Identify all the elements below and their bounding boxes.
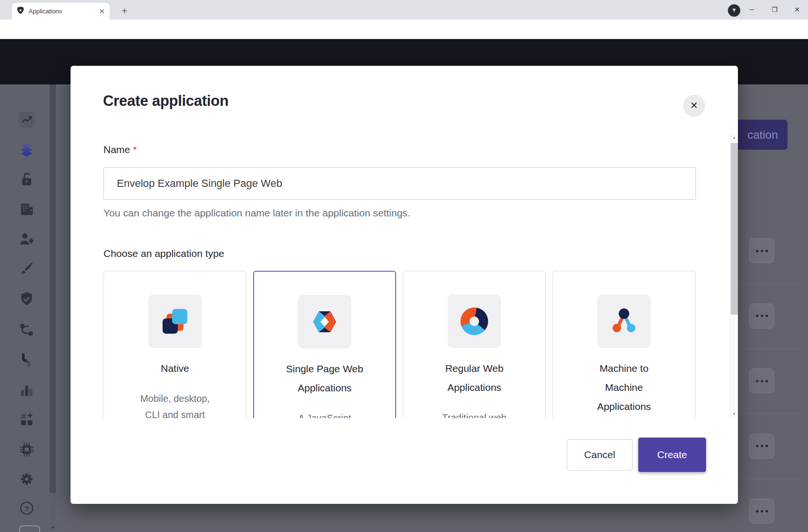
- application-type-title: Single Page Web Applications: [254, 359, 395, 398]
- application-type-cards: Native Mobile, desktop, CLI and smart Si…: [97, 271, 730, 418]
- create-button[interactable]: Create: [638, 438, 706, 472]
- modal-scrollbar-thumb[interactable]: [731, 143, 738, 315]
- application-type-section-label: Choose an application type: [103, 248, 224, 259]
- row-menu-button[interactable]: [749, 368, 774, 393]
- application-type-title: Machine to Machine Applications: [553, 359, 695, 416]
- sidebar-scrollbar[interactable]: ▼: [50, 84, 56, 532]
- row-separator: [742, 413, 804, 414]
- row-menu-button[interactable]: [749, 434, 774, 459]
- window-minimize-button[interactable]: ─: [741, 0, 763, 19]
- application-type-card-m2m[interactable]: Machine to Machine Applications: [552, 271, 695, 418]
- new-tab-button[interactable]: +: [118, 5, 131, 18]
- sidebar-item-extensions[interactable]: [18, 440, 36, 459]
- application-type-icon: [597, 295, 651, 348]
- tab-search-icon[interactable]: ▼: [728, 4, 740, 17]
- sidebar-item-actions[interactable]: [18, 321, 36, 339]
- name-help-text: You can change the application name late…: [103, 207, 410, 219]
- modal-scrollbar[interactable]: ▲ ▼: [730, 133, 738, 418]
- sidebar-scrollbar-down-icon[interactable]: ▼: [50, 524, 56, 532]
- sidebar-item-auth-pipeline[interactable]: [18, 351, 36, 369]
- sidebar-item-marketplace[interactable]: [18, 410, 36, 429]
- application-type-description: Mobile, desktop, CLI and smart: [104, 390, 246, 418]
- row-menu-button[interactable]: [749, 499, 774, 523]
- application-type-icon: [448, 295, 501, 348]
- sidebar-item-user-management[interactable]: [18, 230, 36, 248]
- window-close-button[interactable]: ✕: [786, 0, 808, 19]
- sidebar-item-help[interactable]: ?: [18, 499, 36, 517]
- sidebar-item-authentication[interactable]: [18, 170, 36, 188]
- screen: Applications ✕ + ▼ ─ ❐ ✕ manage.auth0.co…: [0, 0, 808, 532]
- window-maximize-button[interactable]: ❐: [764, 0, 786, 19]
- sidebar-nav: ?: [0, 84, 50, 532]
- row-menu-button[interactable]: [749, 238, 774, 263]
- sidebar-scrollbar-thumb[interactable]: [50, 84, 56, 493]
- sidebar-item-applications[interactable]: [18, 141, 36, 159]
- application-type-description: A JavaScript: [254, 410, 395, 418]
- modal-scrollbar-down-icon[interactable]: ▼: [730, 410, 738, 418]
- sidebar-item-settings[interactable]: [18, 470, 36, 488]
- modal-scrollbar-up-icon[interactable]: ▲: [730, 133, 738, 142]
- row-menu-button[interactable]: [749, 304, 774, 328]
- application-type-icon: [298, 295, 351, 348]
- application-type-card-spa[interactable]: Single Page Web Applications A JavaScrip…: [253, 271, 396, 418]
- application-type-card-native[interactable]: Native Mobile, desktop, CLI and smart: [103, 271, 246, 418]
- application-type-icon: [148, 295, 202, 348]
- sidebar-item-branding[interactable]: [18, 260, 36, 278]
- row-separator: [742, 479, 804, 479]
- required-asterisk: *: [133, 144, 137, 155]
- modal-close-icon[interactable]: ✕: [683, 95, 705, 117]
- create-application-button-partial[interactable]: cation: [738, 120, 788, 150]
- sidebar-item-security[interactable]: [18, 290, 36, 308]
- row-separator: [742, 283, 804, 284]
- sidebar-item-partial[interactable]: [19, 525, 40, 532]
- browser-tab-bar: Applications ✕ + ▼ ─ ❐ ✕: [0, 0, 808, 20]
- application-type-title: Native: [104, 359, 246, 378]
- auth0-favicon-icon: [17, 7, 24, 16]
- create-application-modal: Create application ✕ Name* You can chang…: [71, 66, 738, 504]
- sidebar-item-organizations[interactable]: [18, 200, 36, 218]
- svg-text:?: ?: [24, 504, 29, 512]
- application-name-input[interactable]: [103, 167, 696, 200]
- sidebar-item-activity[interactable]: [18, 111, 36, 129]
- browser-tab[interactable]: Applications ✕: [12, 3, 110, 20]
- row-separator: [742, 348, 804, 349]
- tab-close-icon[interactable]: ✕: [99, 8, 105, 15]
- application-type-card-regular-web[interactable]: Regular Web Applications Traditional web: [403, 271, 546, 418]
- name-label: Name*: [103, 144, 137, 155]
- modal-title: Create application: [103, 92, 228, 110]
- cancel-button[interactable]: Cancel: [567, 439, 633, 471]
- tab-title: Applications: [29, 8, 99, 15]
- application-type-title: Regular Web Applications: [403, 359, 545, 397]
- application-type-description: Traditional web: [403, 409, 545, 418]
- browser-toolbar: manage.auth0.com/dashboard/eu/dream-watc…: [0, 20, 808, 39]
- sidebar-item-monitoring[interactable]: [18, 381, 36, 399]
